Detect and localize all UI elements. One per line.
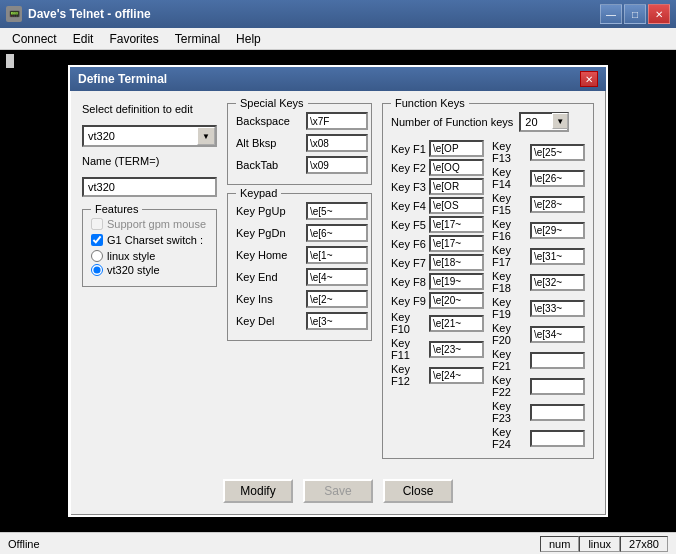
g1-charset-row: G1 Charset switch : <box>91 234 208 246</box>
f3-label: Key F3 <box>391 181 426 193</box>
right-column: Function Keys Number of Function keys 20… <box>382 103 594 459</box>
dialog-close-button[interactable]: ✕ <box>580 71 598 87</box>
num-function-keys-row: Number of Function keys 20 12 24 ▼ <box>391 112 585 132</box>
f13-label: Key F13 <box>492 140 527 164</box>
f2-input[interactable] <box>429 159 484 176</box>
f2-label: Key F2 <box>391 162 426 174</box>
f22-input[interactable] <box>530 378 585 395</box>
f11-input[interactable] <box>429 341 484 358</box>
f5-label: Key F5 <box>391 219 426 231</box>
pgdn-input[interactable] <box>306 224 368 242</box>
f19-row: Key F19 <box>492 296 585 320</box>
window-close-button[interactable]: ✕ <box>648 4 670 24</box>
gpm-mouse-checkbox[interactable] <box>91 218 103 230</box>
f16-label: Key F16 <box>492 218 527 242</box>
pgup-input[interactable] <box>306 202 368 220</box>
f23-input[interactable] <box>530 404 585 421</box>
pgup-label: Key PgUp <box>236 205 306 217</box>
f21-input[interactable] <box>530 352 585 369</box>
f3-row: Key F3 <box>391 178 484 195</box>
f18-row: Key F18 <box>492 270 585 294</box>
f24-input[interactable] <box>530 430 585 447</box>
del-input[interactable] <box>306 312 368 330</box>
ins-input[interactable] <box>306 290 368 308</box>
f23-row: Key F23 <box>492 400 585 424</box>
features-legend: Features <box>91 203 142 215</box>
backtab-input[interactable] <box>306 156 368 174</box>
f8-row: Key F8 <box>391 273 484 290</box>
f19-label: Key F19 <box>492 296 527 320</box>
f20-label: Key F20 <box>492 322 527 346</box>
name-label: Name (TERM=) <box>82 155 217 167</box>
backtab-row: BackTab <box>236 156 363 174</box>
home-row: Key Home <box>236 246 363 264</box>
f17-input[interactable] <box>530 248 585 265</box>
modify-button[interactable]: Modify <box>223 479 293 503</box>
features-box: Features Support gpm mouse G1 Charset sw… <box>82 209 217 287</box>
vt320-style-row: vt320 style <box>91 264 208 276</box>
f10-row: Key F10 <box>391 311 484 335</box>
close-dialog-button[interactable]: Close <box>383 479 453 503</box>
f1-input[interactable] <box>429 140 484 157</box>
end-input[interactable] <box>306 268 368 286</box>
f24-row: Key F24 <box>492 426 585 450</box>
f16-row: Key F16 <box>492 218 585 242</box>
f10-label: Key F10 <box>391 311 426 335</box>
definition-select[interactable]: vt320 vt100 ansi <box>82 125 217 147</box>
func-col-left: Key F1 Key F2 Key F3 <box>391 140 484 450</box>
num-function-select[interactable]: 20 12 24 <box>519 112 569 132</box>
f9-row: Key F9 <box>391 292 484 309</box>
f12-input[interactable] <box>429 367 484 384</box>
g1-charset-checkbox[interactable] <box>91 234 103 246</box>
f13-input[interactable] <box>530 144 585 161</box>
f20-input[interactable] <box>530 326 585 343</box>
f18-input[interactable] <box>530 274 585 291</box>
f15-input[interactable] <box>530 196 585 213</box>
f11-label: Key F11 <box>391 337 426 361</box>
menu-terminal[interactable]: Terminal <box>167 30 228 48</box>
f4-input[interactable] <box>429 197 484 214</box>
menu-favorites[interactable]: Favorites <box>101 30 166 48</box>
f14-input[interactable] <box>530 170 585 187</box>
linux-style-label: linux style <box>107 250 155 262</box>
status-num: num <box>540 536 579 552</box>
num-function-keys-label: Number of Function keys <box>391 116 513 128</box>
f8-label: Key F8 <box>391 276 426 288</box>
menu-connect[interactable]: Connect <box>4 30 65 48</box>
save-button[interactable]: Save <box>303 479 373 503</box>
home-input[interactable] <box>306 246 368 264</box>
alt-bksp-input[interactable] <box>306 134 368 152</box>
f19-input[interactable] <box>530 300 585 317</box>
f7-input[interactable] <box>429 254 484 271</box>
menu-edit[interactable]: Edit <box>65 30 102 48</box>
f6-row: Key F6 <box>391 235 484 252</box>
f3-input[interactable] <box>429 178 484 195</box>
f10-input[interactable] <box>429 315 484 332</box>
backspace-row: Backspace <box>236 112 363 130</box>
linux-style-radio[interactable] <box>91 250 103 262</box>
num-select-wrap: 20 12 24 ▼ <box>519 112 569 132</box>
f5-input[interactable] <box>429 216 484 233</box>
f21-label: Key F21 <box>492 348 527 372</box>
f2-row: Key F2 <box>391 159 484 176</box>
f6-label: Key F6 <box>391 238 426 250</box>
keypad-legend: Keypad <box>236 187 281 199</box>
dialog-title-text: Define Terminal <box>78 72 167 86</box>
menu-help[interactable]: Help <box>228 30 269 48</box>
vt320-style-radio[interactable] <box>91 264 103 276</box>
minimize-button[interactable]: — <box>600 4 622 24</box>
backspace-input[interactable] <box>306 112 368 130</box>
f16-input[interactable] <box>530 222 585 239</box>
del-row: Key Del <box>236 312 363 330</box>
f5-row: Key F5 <box>391 216 484 233</box>
linux-style-row: linux style <box>91 250 208 262</box>
end-row: Key End <box>236 268 363 286</box>
pgdn-row: Key PgDn <box>236 224 363 242</box>
f22-label: Key F22 <box>492 374 527 398</box>
f8-input[interactable] <box>429 273 484 290</box>
function-keys-grid: Key F1 Key F2 Key F3 <box>391 140 585 450</box>
f9-input[interactable] <box>429 292 484 309</box>
f6-input[interactable] <box>429 235 484 252</box>
status-offline: Offline <box>8 538 540 550</box>
maximize-button[interactable]: □ <box>624 4 646 24</box>
